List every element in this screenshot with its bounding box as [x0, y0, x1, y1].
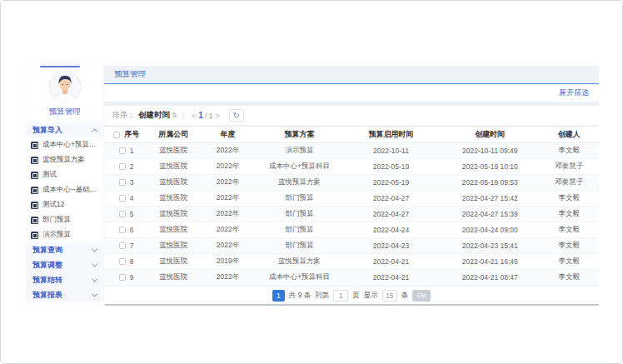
sidebar-collapsed-sections: 预算查询 预算调整 预算结转 预算报表	[26, 242, 103, 302]
cell-company: 蓝悦医院	[148, 207, 197, 222]
page-1-button[interactable]: 1	[272, 290, 285, 302]
document-icon	[31, 217, 38, 224]
section-label: 预算报表	[32, 290, 62, 301]
go-button[interactable]: Go	[412, 290, 431, 302]
row-checkbox[interactable]	[119, 163, 126, 170]
cell-create-time: 2022-05-19 09:53	[441, 175, 540, 191]
row-checkbox[interactable]	[119, 211, 126, 217]
table-row[interactable]: 3 蓝悦医院 2022年 蓝悦预算方案 2022-05-19 2022-05-1…	[104, 175, 599, 191]
sidebar-section[interactable]: 预算查询	[26, 242, 103, 257]
cell-scheme: 蓝悦预算方案	[257, 254, 341, 270]
cell-enable-time: 2022-10-11	[341, 143, 441, 159]
sidebar-section-budget-import[interactable]: 预算导入	[26, 122, 103, 137]
cell-company: 蓝悦医院	[148, 238, 197, 254]
prev-page-icon[interactable]: <	[189, 112, 198, 120]
cell-enable-time: 2022-04-21	[341, 254, 441, 270]
row-checkbox[interactable]	[119, 179, 126, 186]
sidebar-item[interactable]: 成本中心+预算科目	[26, 137, 103, 152]
sort-field-button[interactable]: 创建时间	[138, 110, 170, 121]
table-row[interactable]: 9 蓝悦医院 2022年 成本中心+预算科目 2022-04-21 2022-0…	[104, 270, 599, 286]
sidebar-item-label: 测试	[42, 170, 57, 180]
cell-creator: 李文毅	[540, 143, 599, 159]
cell-creator: 李文毅	[540, 254, 599, 270]
cell-scheme: 部门预算	[257, 207, 341, 222]
cell-creator: 李文毅	[540, 238, 599, 254]
header-year: 年度	[198, 127, 257, 143]
cell-company: 蓝悦医院	[148, 191, 197, 207]
table-row[interactable]: 2 蓝悦医院 2022年 成本中心+预算科目 2022-05-19 2022-0…	[104, 159, 599, 175]
document-icon	[31, 187, 38, 194]
cell-company: 蓝悦医院	[148, 254, 197, 270]
row-checkbox[interactable]	[119, 274, 126, 281]
tab-bar: 预算管理	[104, 66, 599, 84]
cell-index: 3	[130, 178, 134, 187]
cell-enable-time: 2022-05-19	[341, 175, 441, 191]
cell-index: 8	[130, 257, 134, 266]
row-checkbox[interactable]	[119, 258, 126, 265]
budget-table: 序号 所属公司 年度 预算方案 预算启用时间 创建时间 创建人	[104, 126, 599, 286]
document-icon	[31, 157, 38, 164]
cell-year: 2022年	[198, 159, 257, 175]
sidebar-menu: 预算导入 成本中心+预算科目 蓝悦预算方案	[26, 122, 103, 302]
sidebar-item[interactable]: 测试	[26, 167, 103, 182]
cell-index: 7	[130, 242, 134, 250]
cell-create-time: 2022-05-19 10:10	[441, 159, 540, 175]
header-scheme: 预算方案	[257, 127, 341, 143]
cell-index: 1	[130, 147, 134, 155]
cell-year: 2022年	[198, 191, 257, 207]
table-row[interactable]: 7 蓝悦医院 2022年 部门预算 2022-04-23 2022-04-23 …	[104, 238, 599, 254]
sidebar-section[interactable]: 预算报表	[26, 287, 103, 302]
table-row[interactable]: 6 蓝悦医院 2022年 部门预算 2022-04-24 2022-04-24 …	[104, 222, 599, 238]
sidebar-item[interactable]: 测试12	[26, 197, 103, 212]
sidebar-item[interactable]: 部门预算	[26, 212, 103, 227]
cell-scheme: 成本中心+预算科目	[257, 270, 341, 286]
row-checkbox[interactable]	[119, 227, 126, 233]
cell-company: 蓝悦医院	[148, 143, 197, 159]
table-row[interactable]: 4 蓝悦医院 2022年 部门预算 2022-04-27 2022-04-27 …	[104, 191, 599, 207]
header-creator: 创建人	[540, 127, 599, 143]
document-icon	[31, 232, 38, 239]
section-label: 预算查询	[32, 245, 62, 256]
cell-creator: 李文毅	[540, 222, 599, 238]
section-label: 预算调整	[32, 260, 62, 271]
sidebar-item[interactable]: 演示预算	[26, 227, 103, 242]
refresh-button[interactable]: ↻	[229, 109, 244, 122]
next-page-icon[interactable]: >	[212, 112, 222, 120]
sidebar-item-label: 演示预算	[42, 230, 71, 240]
cell-enable-time: 2022-05-19	[341, 159, 441, 175]
sidebar-section[interactable]: 预算调整	[26, 257, 103, 272]
page-size-input[interactable]: 15	[382, 290, 397, 302]
sort-arrows-icon[interactable]: ⇅	[172, 112, 177, 119]
sidebar-item[interactable]: 蓝悦预算方案	[26, 152, 103, 167]
expand-filter-link[interactable]: 展开筛选	[559, 87, 589, 98]
goto-page-input[interactable]: 1	[333, 290, 348, 302]
sidebar-accent-line	[40, 66, 80, 67]
cell-year: 2022年	[198, 143, 257, 159]
header-index: 序号	[104, 127, 148, 143]
select-all-checkbox[interactable]	[113, 132, 120, 138]
sidebar-section[interactable]: 预算结转	[26, 272, 103, 287]
tab-budget-management[interactable]: 预算管理	[114, 69, 146, 80]
app-window: 预算管理 预算导入 成本中心+预算科目 蓝悦预算方案	[0, 0, 623, 364]
show-label: 显示	[364, 291, 378, 301]
cell-create-time: 2022-04-21 16:49	[441, 254, 540, 270]
row-checkbox[interactable]	[119, 195, 126, 202]
cell-enable-time: 2022-04-27	[341, 207, 441, 222]
document-icon	[31, 202, 38, 209]
table-row[interactable]: 1 蓝悦医院 2022年 演示预算 2022-10-11 2022-10-11 …	[104, 143, 599, 159]
row-checkbox[interactable]	[119, 147, 126, 154]
cell-scheme: 成本中心+预算科目	[257, 159, 341, 175]
sidebar-item[interactable]: 成本中心--基础设置...	[26, 182, 103, 197]
header-card: 预算管理 展开筛选	[104, 66, 599, 102]
cell-company: 蓝悦医院	[148, 270, 197, 286]
row-checkbox[interactable]	[119, 242, 126, 249]
sidebar-item-label: 蓝悦预算方案	[42, 155, 85, 165]
table-row[interactable]: 5 蓝悦医院 2022年 部门预算 2022-04-27 2022-04-27 …	[104, 207, 599, 222]
divider: |	[182, 112, 184, 120]
user-avatar	[48, 70, 82, 103]
cell-index: 2	[130, 162, 134, 171]
cell-creator: 邓姜慧子	[540, 175, 599, 191]
table-row[interactable]: 8 蓝悦医院 2019年 蓝悦预算方案 2022-04-21 2022-04-2…	[104, 254, 599, 270]
sort-label: 排序：	[112, 110, 135, 121]
header-create-time: 创建时间	[441, 127, 540, 143]
